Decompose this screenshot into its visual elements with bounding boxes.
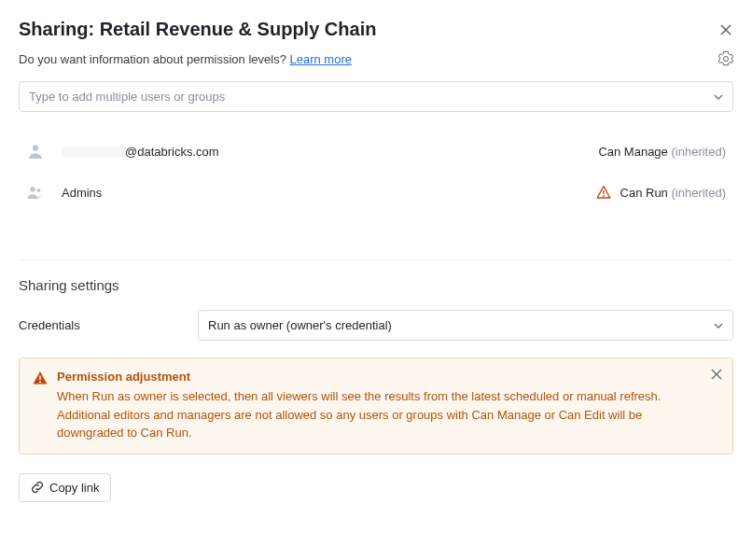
add-users-input[interactable]	[19, 81, 733, 112]
divider	[19, 259, 733, 260]
sharing-settings-title: Sharing settings	[19, 277, 733, 293]
user-icon	[26, 142, 45, 161]
svg-point-6	[603, 195, 605, 197]
credentials-select[interactable]: Run as owner (owner's credential)	[198, 310, 733, 341]
svg-point-3	[30, 187, 35, 192]
permission-label: Can Run (inherited)	[620, 186, 726, 200]
copy-link-button[interactable]: Copy link	[19, 473, 111, 502]
svg-point-2	[33, 145, 38, 150]
svg-point-8	[39, 381, 41, 383]
member-name: Admins	[62, 186, 596, 200]
dialog-title: Sharing: Retail Revenue & Supply Chain	[19, 19, 376, 40]
group-icon	[26, 183, 45, 202]
gear-icon[interactable]	[718, 51, 733, 66]
warning-filled-icon	[33, 371, 48, 385]
link-icon	[31, 481, 44, 494]
svg-point-4	[37, 189, 41, 192]
alert-close-icon[interactable]	[710, 368, 723, 381]
permission-label: Can Manage (inherited)	[598, 145, 726, 159]
alert-title: Permission adjustment	[57, 370, 699, 384]
member-name: @databricks.com	[62, 145, 598, 159]
alert-body: When Run as owner is selected, then all …	[57, 387, 699, 442]
member-row: Admins Can Run (inherited)	[19, 172, 733, 213]
add-users-combobox[interactable]	[19, 81, 733, 112]
warning-icon	[596, 185, 611, 200]
permission-alert: Permission adjustment When Run as owner …	[19, 357, 733, 455]
credentials-value[interactable]: Run as owner (owner's credential)	[198, 310, 733, 341]
member-row: @databricks.com Can Manage (inherited)	[19, 131, 733, 172]
redacted-name	[62, 147, 127, 158]
learn-more-link[interactable]: Learn more	[290, 52, 352, 66]
close-icon[interactable]	[718, 22, 733, 37]
credentials-label: Credentials	[19, 318, 198, 332]
permission-info-text: Do you want information about permission…	[19, 52, 352, 66]
copy-link-label: Copy link	[49, 481, 99, 495]
